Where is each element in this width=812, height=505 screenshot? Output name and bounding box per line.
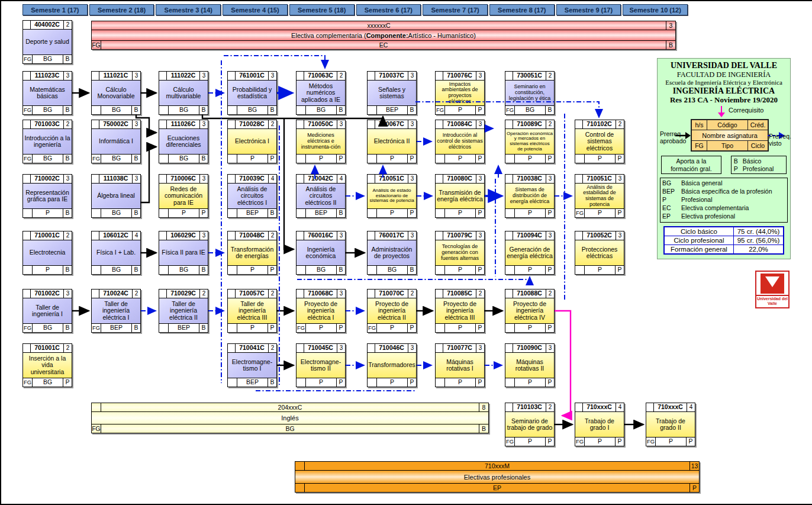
ciclo-item: BBásico	[734, 157, 784, 165]
course-cycle: B	[63, 266, 72, 274]
course-name: Electromagne-tismo II	[297, 353, 345, 378]
ec-fg: FG	[92, 41, 101, 49]
course-name: Taller de ingeniería eléctrica III	[228, 298, 276, 323]
legend-program: INGENIERÍA ELÉCTRICA	[660, 86, 788, 96]
course-710076C: 710076C3Impactos ambientales de proyecto…	[435, 71, 485, 115]
course-name: Deporte y salud	[23, 30, 72, 54]
course-710002C: 710002C3Representación gráfica para IEPB	[22, 174, 72, 218]
course-code: 106012C	[99, 231, 132, 240]
course-code: 710002C	[31, 175, 63, 183]
course-code: 710080C	[443, 175, 476, 183]
course-fg	[297, 155, 306, 163]
course-type: P	[445, 106, 475, 114]
course-code: 710102C	[583, 120, 616, 128]
course-type: P	[306, 324, 336, 332]
course-750002C: 750002C3Informática IFGBGB	[91, 120, 141, 163]
stats-row: Ciclo básico75 cr. (44,0%)	[664, 227, 784, 236]
stats-label: Formación general	[664, 245, 734, 254]
semester-header-4: Semestre 4 (15)	[223, 4, 288, 15]
tipo-key: P	[662, 196, 681, 204]
course-code: 710038C	[513, 175, 546, 183]
course-type: BG	[33, 106, 63, 114]
course-name: Informática I	[92, 129, 140, 154]
course-701003C: 701003C2Introducción a la ingenieríaFGBG…	[22, 120, 72, 163]
course-type: BG	[33, 378, 63, 387]
course-type: P	[515, 378, 545, 387]
sample-hs: h/s	[692, 120, 707, 130]
course-type: BG	[101, 155, 131, 163]
course-710077C: 710077C3Máquinas rotativas IPP	[435, 343, 485, 387]
course-fg	[368, 209, 377, 217]
course-760016C: 760016C3Ingeniería económicaBGB	[296, 231, 346, 275]
course-hs-cell	[92, 175, 99, 183]
course-fg	[159, 155, 169, 163]
course-710038C: 710038C3Sistemas de distribución de ener…	[505, 174, 555, 218]
course-code: 710024C	[99, 290, 132, 298]
course-credits: 3	[132, 120, 140, 128]
semester-banner: Semestre 1 (17)Semestre 2 (18)Semestre 3…	[22, 4, 688, 15]
course-fg	[297, 106, 306, 114]
ciclo-label: Básico	[743, 157, 762, 165]
course-type: P	[445, 155, 475, 163]
course-cycle: B	[63, 209, 72, 217]
course-code: 710067C	[375, 120, 408, 128]
course-name: Cálculo Monovariable	[92, 81, 140, 105]
course-credits: 2	[546, 72, 554, 80]
course-credits: 3	[337, 344, 345, 352]
course-cycle: P	[407, 324, 416, 332]
course-name: Generación de energía eléctrica	[505, 240, 554, 265]
course-credits: 3	[476, 231, 484, 240]
course-credits: 3	[337, 231, 345, 240]
course-cycle: B	[63, 155, 72, 163]
course-hs-cell	[436, 72, 443, 80]
prerreq-aprobado-arrow-icon	[675, 132, 691, 139]
course-name: Administración de proyectos	[368, 240, 416, 265]
course-fg	[436, 266, 445, 274]
course-name: Probabilidad y estadística	[228, 81, 276, 105]
course-code: 710057C	[236, 290, 268, 298]
course-credits: 4	[616, 403, 624, 411]
course-name: Introducción al control de sistemas eléc…	[436, 129, 484, 154]
course-hs-cell	[505, 120, 513, 128]
course-name: Control de sistemas eléctricos	[575, 129, 624, 154]
course-name: Protecciones eléctricas	[575, 240, 624, 265]
course-710088C: 710088C2Proyecto de ingeniería eléctrica…	[505, 289, 555, 333]
course-type: P	[33, 266, 63, 274]
course-hs-cell	[368, 290, 375, 298]
course-code: 701001C	[31, 344, 63, 352]
course-name: Electrónica II	[368, 129, 416, 154]
course-credits: 3	[408, 120, 416, 128]
en-blank	[92, 403, 101, 411]
course-710037C: 710037C3Señales y sistemasBEPB	[367, 71, 417, 115]
course-name: Análisis de estabilidad de sistemas de p…	[575, 184, 624, 208]
course-name: Cálculo multivariable	[159, 81, 208, 105]
course-name: Máquinas rotativas I	[436, 353, 484, 378]
course-fg	[436, 155, 445, 163]
course-fg	[159, 324, 169, 332]
course-fg	[23, 209, 33, 217]
semester-header-10: Semestre 10 (12)	[623, 4, 688, 15]
course-type: BEP	[169, 324, 199, 332]
course-code: 710090C	[513, 344, 546, 352]
course-cycle: B	[131, 324, 140, 332]
course-hs-cell	[646, 403, 654, 411]
course-type: P	[306, 155, 336, 163]
course-cycle: P	[336, 324, 345, 332]
course-name: Análisis de circuitos eléctricos II	[297, 184, 345, 208]
course-name: Matemáticas básicas	[23, 81, 72, 105]
course-credits: 3	[616, 175, 624, 183]
course-hs-cell	[368, 120, 375, 128]
course-hs-cell	[436, 231, 443, 240]
course-name: Impactos ambientales de proyectos eléctr…	[436, 81, 484, 105]
course-code: 701003C	[31, 120, 63, 128]
course-cycle: B	[199, 324, 208, 332]
ep-code: 710xxxM	[305, 462, 689, 470]
course-710052C: 710052C3Protecciones eléctricasPP	[575, 231, 624, 275]
course-code: 760016C	[304, 231, 337, 240]
course-106012C: 106012C4Física I + Lab.BGB	[91, 231, 141, 275]
course-type: BG	[101, 106, 131, 114]
course-type: P	[306, 378, 336, 387]
course-code: 710063C	[304, 72, 337, 80]
course-hs-cell	[92, 120, 99, 128]
course-hs-cell	[23, 120, 31, 128]
